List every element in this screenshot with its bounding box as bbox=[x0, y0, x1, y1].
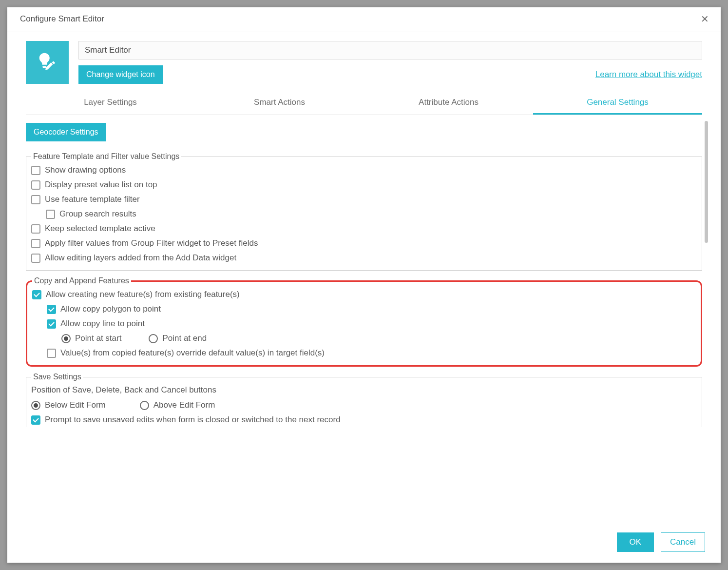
lbl-keep-template: Keep selected template active bbox=[45, 224, 155, 234]
widget-name-input[interactable] bbox=[78, 41, 702, 59]
chk-allow-create[interactable] bbox=[32, 290, 41, 299]
radio-below-form[interactable] bbox=[31, 401, 40, 410]
chk-template-filter[interactable] bbox=[31, 195, 40, 204]
tabs: Layer Settings Smart Actions Attribute A… bbox=[26, 92, 702, 115]
fieldset-save: Save Settings Position of Save, Delete, … bbox=[26, 373, 702, 427]
legend-save: Save Settings bbox=[31, 373, 83, 381]
close-icon[interactable]: ✕ bbox=[699, 12, 711, 26]
scrollbar-thumb[interactable] bbox=[705, 121, 708, 243]
configure-dialog: Configure Smart Editor ✕ Change widget i… bbox=[7, 7, 721, 563]
save-radio-group: Below Edit Form Above Edit Form bbox=[31, 398, 697, 413]
header-area: Change widget icon Learn more about this… bbox=[7, 32, 721, 88]
legend-copy: Copy and Append Features bbox=[32, 276, 131, 285]
lbl-above-form: Above Edit Form bbox=[153, 400, 215, 410]
lbl-override: Value(s) from copied feature(s) override… bbox=[60, 348, 325, 358]
lbl-poly-to-point: Allow copy polygon to point bbox=[60, 304, 161, 314]
fieldset-template: Feature Template and Filter value Settin… bbox=[26, 152, 702, 271]
fieldset-copy-append: Copy and Append Features Allow creating … bbox=[26, 276, 702, 367]
lbl-below-form: Below Edit Form bbox=[45, 400, 106, 410]
cancel-button[interactable]: Cancel bbox=[661, 532, 705, 552]
lightbulb-pencil-icon bbox=[36, 51, 58, 74]
chk-keep-template[interactable] bbox=[31, 224, 40, 234]
lbl-point-end: Point at end bbox=[162, 334, 207, 343]
lbl-show-drawing: Show drawing options bbox=[45, 165, 126, 175]
ok-button[interactable]: OK bbox=[617, 532, 654, 552]
point-radio-group: Point at start Point at end bbox=[61, 331, 696, 346]
lbl-add-data: Allow editing layers added from the Add … bbox=[45, 253, 236, 263]
tab-general-settings[interactable]: General Settings bbox=[533, 92, 702, 115]
chk-poly-to-point[interactable] bbox=[47, 305, 56, 314]
lbl-preset-top: Display preset value list on top bbox=[45, 180, 157, 190]
lbl-group-results: Group search results bbox=[59, 209, 136, 219]
tab-smart-actions[interactable]: Smart Actions bbox=[195, 92, 364, 115]
chk-add-data[interactable] bbox=[31, 254, 40, 263]
lbl-point-start: Point at start bbox=[75, 334, 121, 343]
dialog-footer: OK Cancel bbox=[7, 523, 721, 563]
tab-layer-settings[interactable]: Layer Settings bbox=[26, 92, 195, 115]
title-bar: Configure Smart Editor ✕ bbox=[7, 7, 721, 32]
lbl-line-to-point: Allow copy line to point bbox=[60, 319, 145, 329]
legend-template: Feature Template and Filter value Settin… bbox=[31, 152, 181, 161]
lbl-allow-create: Allow creating new feature(s) from exist… bbox=[46, 290, 240, 299]
header-row: Change widget icon Learn more about this… bbox=[78, 65, 702, 84]
radio-above-form[interactable] bbox=[140, 401, 149, 410]
chk-group-results[interactable] bbox=[46, 210, 55, 219]
learn-more-link[interactable]: Learn more about this widget bbox=[595, 70, 702, 79]
tab-attribute-actions[interactable]: Attribute Actions bbox=[364, 92, 533, 115]
content-area: Geocoder Settings Feature Template and F… bbox=[26, 115, 709, 523]
chk-override[interactable] bbox=[47, 349, 56, 358]
save-position-label: Position of Save, Delete, Back and Cance… bbox=[31, 383, 697, 398]
chk-preset-top[interactable] bbox=[31, 180, 40, 190]
geocoder-settings-button[interactable]: Geocoder Settings bbox=[26, 123, 106, 141]
chk-show-drawing[interactable] bbox=[31, 166, 40, 175]
chk-line-to-point[interactable] bbox=[47, 319, 56, 329]
dialog-title: Configure Smart Editor bbox=[20, 14, 104, 24]
radio-point-end[interactable] bbox=[149, 334, 158, 343]
change-icon-button[interactable]: Change widget icon bbox=[78, 65, 163, 84]
chk-apply-filter[interactable] bbox=[31, 239, 40, 248]
radio-point-start[interactable] bbox=[61, 334, 71, 343]
header-right: Change widget icon Learn more about this… bbox=[78, 41, 702, 84]
lbl-prompt-save: Prompt to save unsaved edits when form i… bbox=[45, 415, 341, 425]
chk-prompt-save[interactable] bbox=[31, 415, 40, 425]
widget-icon-tile bbox=[26, 41, 69, 84]
lbl-template-filter: Use feature template filter bbox=[45, 195, 140, 204]
lbl-apply-filter: Apply filter values from Group Filter wi… bbox=[45, 238, 258, 248]
